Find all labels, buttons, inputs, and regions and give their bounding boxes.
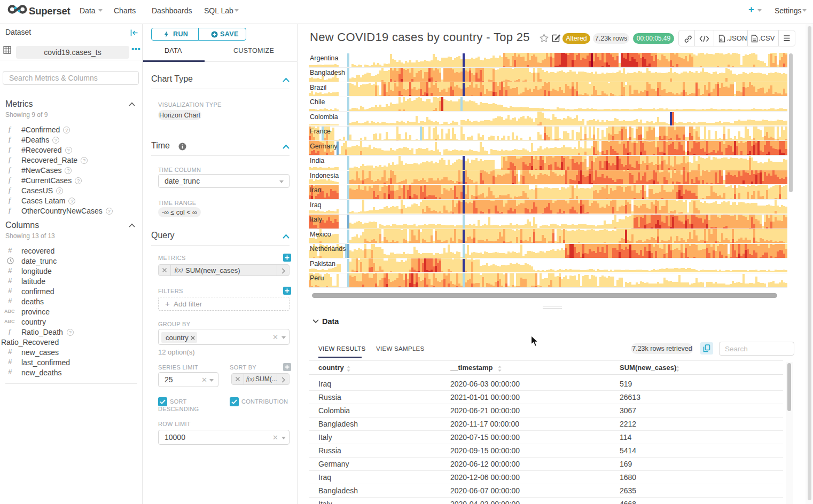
svg-text:France: France: [310, 128, 331, 135]
svg-text:Bangladesh: Bangladesh: [310, 69, 345, 76]
svg-text:Brazil: Brazil: [310, 84, 326, 91]
svg-text:Italy: Italy: [310, 216, 323, 223]
svg-text:Peru: Peru: [310, 274, 324, 282]
svg-text:Iraq: Iraq: [310, 201, 322, 209]
svg-text:Iran: Iran: [310, 186, 322, 194]
svg-text:Netherlands: Netherlands: [310, 245, 346, 253]
svg-text:Indonesia: Indonesia: [310, 172, 339, 179]
svg-text:Pakistan: Pakistan: [310, 260, 335, 267]
svg-text:Mexico: Mexico: [310, 231, 331, 238]
svg-text:India: India: [310, 157, 324, 164]
svg-text:Argentina: Argentina: [310, 54, 339, 62]
svg-text:Colombia: Colombia: [310, 113, 338, 121]
svg-text:Chile: Chile: [310, 98, 325, 106]
svg-text:Germany: Germany: [310, 143, 338, 150]
